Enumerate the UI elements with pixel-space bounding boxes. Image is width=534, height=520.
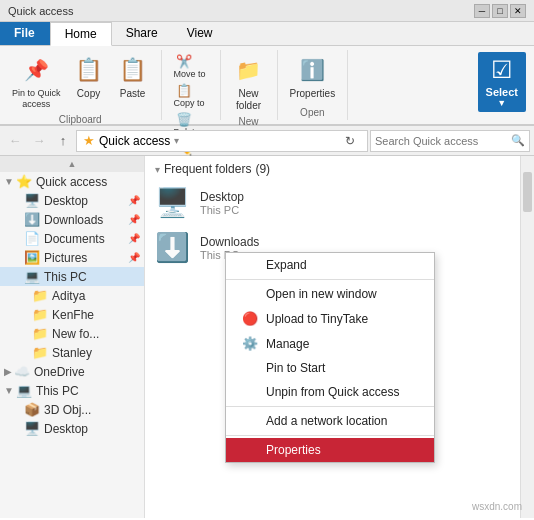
up-button[interactable]: ↑ <box>52 130 74 152</box>
main-area: ▲ ▼ ⭐ Quick access 🖥️ Desktop 📌 ⬇️ Downl… <box>0 156 534 518</box>
ctx-open-new-window-label: Open in new window <box>266 287 377 301</box>
pin-icon: 📌 <box>20 54 52 86</box>
delete-icon: 🗑️ <box>174 111 194 127</box>
ctx-properties[interactable]: Properties <box>226 438 434 462</box>
onedrive-expand-icon: ▶ <box>4 366 12 377</box>
back-button[interactable]: ← <box>4 130 26 152</box>
maximize-button[interactable]: □ <box>492 4 508 18</box>
new-folder-button[interactable]: 📁 Newfolder <box>229 52 269 114</box>
sidebar-pictures-label: Pictures <box>44 251 87 265</box>
refresh-button[interactable]: ↻ <box>339 130 361 152</box>
clipboard-group-label: Clipboard <box>59 112 102 125</box>
tab-view[interactable]: View <box>173 22 228 45</box>
ctx-sep-2 <box>226 406 434 407</box>
pin-indicator: 📌 <box>128 195 140 206</box>
desktop-icon: 🖥️ <box>24 193 40 208</box>
expand-arrow-icon: ▾ <box>155 164 160 175</box>
sidebar-item-stanley[interactable]: 📁 Stanley <box>0 343 144 362</box>
scrollbar-thumb[interactable] <box>523 172 532 212</box>
cut-button[interactable]: ✂️ Move to <box>170 52 212 80</box>
tinytake-icon: 🔴 <box>242 311 258 326</box>
pictures-icon: 🖼️ <box>24 250 40 265</box>
sidebar-section-thispc[interactable]: ▼ 💻 This PC <box>0 381 144 400</box>
tab-share[interactable]: Share <box>112 22 173 45</box>
sidebar-item-newfo[interactable]: 📁 New fo... <box>0 324 144 343</box>
sidebar-desktop-label: Desktop <box>44 194 88 208</box>
pin-to-quickaccess-button[interactable]: 📌 Pin to Quickaccess <box>8 52 65 112</box>
ctx-add-network[interactable]: Add a network location <box>226 409 434 433</box>
sidebar-scroll-up[interactable]: ▲ <box>0 156 144 172</box>
rename-icon: 📋 <box>174 82 194 98</box>
sidebar-item-desktop[interactable]: 🖥️ Desktop 📌 <box>0 191 144 210</box>
sidebar-item-desktop2[interactable]: 🖥️ Desktop <box>0 419 144 438</box>
quickaccess-star-icon: ⭐ <box>16 174 32 189</box>
copy-icon: 📋 <box>73 54 105 86</box>
watermark: wsxdn.com <box>472 501 522 512</box>
copy-button[interactable]: 📋 Copy <box>69 52 109 102</box>
properties-button[interactable]: ℹ️ Properties <box>286 52 340 102</box>
ctx-unpin-quickaccess[interactable]: Unpin from Quick access <box>226 380 434 404</box>
sidebar-section-onedrive[interactable]: ▶ ☁️ OneDrive <box>0 362 144 381</box>
ctx-sep-1 <box>226 279 434 280</box>
sidebar-item-pictures[interactable]: 🖼️ Pictures 📌 <box>0 248 144 267</box>
search-icon[interactable]: 🔍 <box>511 134 525 147</box>
ctx-expand[interactable]: Expand <box>226 253 434 277</box>
ctx-pin-start[interactable]: Pin to Start <box>226 356 434 380</box>
sidebar-stanley-label: Stanley <box>52 346 92 360</box>
tab-home[interactable]: Home <box>50 22 112 46</box>
title-bar: Quick access ─ □ ✕ <box>0 0 534 22</box>
properties-button-label: Properties <box>290 88 336 100</box>
desktop2-icon: 🖥️ <box>24 421 40 436</box>
desktop-folder-sub: This PC <box>200 204 244 216</box>
forward-button[interactable]: → <box>28 130 50 152</box>
ribbon-group-clipboard: 📌 Pin to Quickaccess 📋 Copy 📋 Paste Clip… <box>0 50 162 120</box>
sidebar-section-quickaccess[interactable]: ▼ ⭐ Quick access <box>0 172 144 191</box>
sidebar: ▲ ▼ ⭐ Quick access 🖥️ Desktop 📌 ⬇️ Downl… <box>0 156 145 518</box>
quickaccess-expand-icon: ▼ <box>4 176 14 187</box>
sidebar-item-downloads[interactable]: ⬇️ Downloads 📌 <box>0 210 144 229</box>
sidebar-thispc-label: This PC <box>36 384 79 398</box>
sidebar-newfo-label: New fo... <box>52 327 99 341</box>
desktop-folder-info: Desktop This PC <box>200 190 244 216</box>
sidebar-documents-label: Documents <box>44 232 105 246</box>
ribbon-group-select: ☑ Select ▼ <box>470 50 534 120</box>
ribbon-group-organize: ✂️ Move to 📋 Copy to 🗑️ Delete ✏️ Rename… <box>162 50 221 120</box>
sidebar-aditya-label: Aditya <box>52 289 85 303</box>
select-button-label: Select <box>486 86 518 98</box>
ctx-upload-tinytake[interactable]: 🔴 Upload to TinyTake <box>226 306 434 331</box>
downloads-folder-name: Downloads <box>200 235 259 249</box>
minimize-button[interactable]: ─ <box>474 4 490 18</box>
select-button[interactable]: ☑ Select ▼ <box>478 52 526 112</box>
address-path[interactable]: ★ Quick access ▾ ↻ <box>76 130 368 152</box>
desktop-folder-name: Desktop <box>200 190 244 204</box>
ctx-upload-tinytake-label: Upload to TinyTake <box>266 312 368 326</box>
search-input[interactable] <box>375 135 511 147</box>
rename-button[interactable]: 📋 Copy to <box>170 81 212 109</box>
content-area: ▾ Frequent folders (9) 🖥️ Desktop This P… <box>145 156 534 518</box>
sidebar-item-kenfhe[interactable]: 📁 KenFhe <box>0 305 144 324</box>
ctx-manage[interactable]: ⚙️ Manage <box>226 331 434 356</box>
title-bar-text: Quick access <box>8 5 73 17</box>
tab-file[interactable]: File <box>0 22 50 45</box>
sidebar-item-aditya[interactable]: 📁 Aditya <box>0 286 144 305</box>
ctx-open-new-window[interactable]: Open in new window <box>226 282 434 306</box>
sidebar-item-3dobj[interactable]: 📦 3D Obj... <box>0 400 144 419</box>
new-folder-icon: 📁 <box>233 54 265 86</box>
open-group-label: Open <box>300 105 324 118</box>
scrollbar-vertical[interactable] <box>520 156 534 518</box>
close-button[interactable]: ✕ <box>510 4 526 18</box>
ctx-sep-3 <box>226 435 434 436</box>
ctx-manage-label: Manage <box>266 337 309 351</box>
title-bar-controls: ─ □ ✕ <box>474 4 526 18</box>
address-dropdown-icon[interactable]: ▾ <box>174 135 179 146</box>
pictures-pin-indicator: 📌 <box>128 252 140 263</box>
sidebar-item-documents[interactable]: 📄 Documents 📌 <box>0 229 144 248</box>
new-folder-label: Newfolder <box>236 88 261 112</box>
sidebar-item-thispc-sub[interactable]: 💻 This PC <box>0 267 144 286</box>
ribbon-group-open-items: ℹ️ Properties <box>286 52 340 105</box>
search-box[interactable]: 🔍 <box>370 130 530 152</box>
paste-button[interactable]: 📋 Paste <box>113 52 153 102</box>
content-header: ▾ Frequent folders (9) <box>145 156 534 180</box>
sidebar-kenfhe-label: KenFhe <box>52 308 94 322</box>
folder-item-desktop[interactable]: 🖥️ Desktop This PC <box>145 180 534 225</box>
